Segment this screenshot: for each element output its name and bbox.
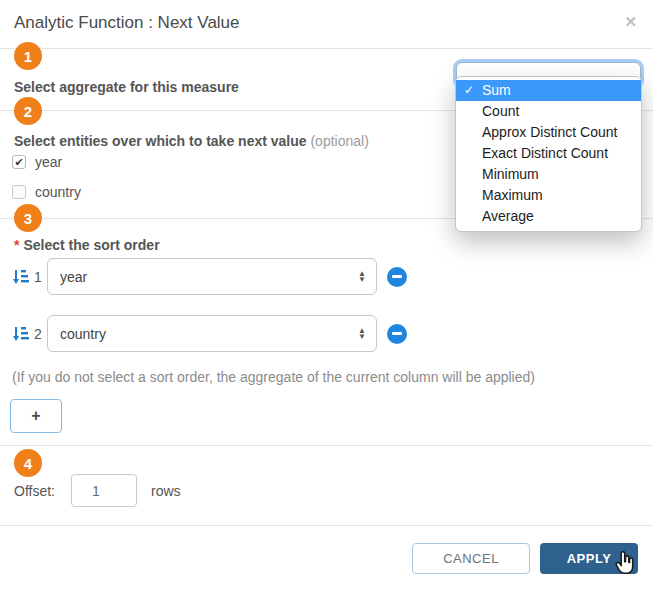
- menu-item-maximum[interactable]: Maximum: [456, 185, 641, 206]
- checkbox-unchecked-icon[interactable]: [12, 185, 26, 199]
- menu-item-approx-distinct-count[interactable]: Approx Distinct Count: [456, 122, 641, 143]
- required-asterisk: *: [14, 237, 19, 253]
- sort-row-2: 2 country ▲▼: [12, 315, 407, 352]
- check-glyph: ✔: [14, 156, 23, 169]
- offset-input[interactable]: [71, 474, 137, 507]
- sort-order-note: (If you do not select a sort order, the …: [12, 369, 535, 385]
- menu-item-count[interactable]: Count: [456, 101, 641, 122]
- add-sort-button[interactable]: +: [10, 399, 62, 433]
- sort-row-1: 1 year ▲▼: [12, 258, 407, 295]
- sort-select-value: year: [60, 269, 87, 285]
- divider: [0, 48, 653, 49]
- menu-item-average[interactable]: Average: [456, 206, 641, 227]
- checkbox-checked-icon[interactable]: ✔: [12, 155, 26, 169]
- entities-section-label: Select entities over which to take next …: [14, 133, 369, 149]
- analytic-function-dialog: Analytic Function : Next Value ✕ 1 2 3 4…: [0, 0, 653, 592]
- sort-select-2[interactable]: country ▲▼: [47, 315, 377, 352]
- cancel-button[interactable]: CANCEL: [412, 543, 530, 574]
- step-badge-1: 1: [14, 42, 42, 70]
- offset-unit-label: rows: [151, 483, 181, 499]
- sort-amount-icon: [12, 268, 29, 285]
- optional-hint: (optional): [310, 133, 368, 149]
- dialog-title: Analytic Function : Next Value: [14, 13, 240, 33]
- aggregate-section-label: Select aggregate for this measure: [14, 79, 239, 95]
- checkbox-row-country[interactable]: country: [12, 184, 81, 200]
- offset-label: Offset:: [14, 483, 55, 499]
- step-badge-3: 3: [14, 204, 42, 232]
- minus-icon: [392, 275, 402, 278]
- sort-amount-icon: [12, 325, 29, 342]
- stepper-arrows-icon: ▲▼: [358, 328, 366, 340]
- step-badge-2: 2: [14, 97, 42, 125]
- minus-icon: [392, 332, 402, 335]
- sort-index: 1: [34, 269, 47, 285]
- close-icon[interactable]: ✕: [624, 13, 637, 31]
- stepper-arrows-icon: ▲▼: [358, 271, 366, 283]
- sort-index: 2: [34, 326, 47, 342]
- sort-section-label: *Select the sort order: [14, 237, 160, 253]
- remove-sort-button[interactable]: [387, 267, 407, 287]
- divider: [0, 525, 653, 526]
- menu-item-sum[interactable]: ✓ Sum: [456, 80, 641, 101]
- checkmark-icon: ✓: [464, 80, 474, 101]
- sort-select-value: country: [60, 326, 106, 342]
- checkbox-row-year[interactable]: ✔ year: [12, 154, 62, 170]
- cursor-hand-icon: [612, 551, 638, 577]
- entities-label-text: Select entities over which to take next …: [14, 133, 307, 149]
- menu-item-exact-distinct-count[interactable]: Exact Distinct Count: [456, 143, 641, 164]
- checkbox-label: year: [35, 154, 62, 170]
- remove-sort-button[interactable]: [387, 324, 407, 344]
- checkbox-label: country: [35, 184, 81, 200]
- step-badge-4: 4: [14, 449, 42, 477]
- divider: [0, 445, 653, 446]
- aggregate-dropdown-menu: ✓ Sum Count Approx Distinct Count Exact …: [455, 76, 642, 232]
- sort-label-text: Select the sort order: [23, 237, 159, 253]
- sort-select-1[interactable]: year ▲▼: [47, 258, 377, 295]
- menu-item-minimum[interactable]: Minimum: [456, 164, 641, 185]
